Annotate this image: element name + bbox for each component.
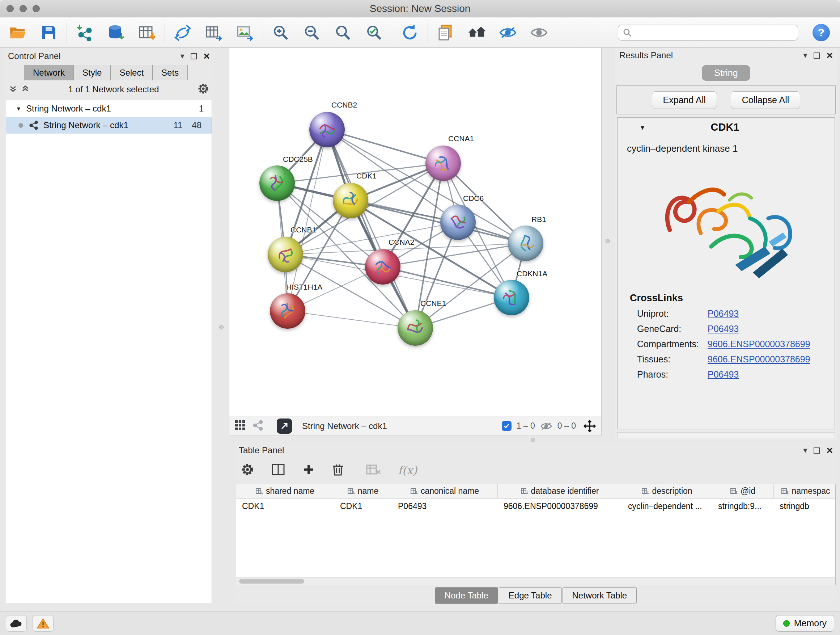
fit-content-icon[interactable]: [583, 420, 596, 432]
tab-select[interactable]: Select: [111, 65, 153, 80]
edge-HIST1H1A-CCNE1[interactable]: [287, 311, 415, 328]
network-node-ccne1[interactable]: [398, 310, 433, 346]
section-collapse-icon[interactable]: ▾: [641, 123, 644, 132]
export-image-icon[interactable]: [236, 24, 254, 42]
import-table-icon[interactable]: [138, 24, 156, 42]
table-cell[interactable]: CDK1: [236, 499, 334, 514]
network-row[interactable]: String Network – cdk1 11 48: [6, 117, 212, 134]
network-node-rb1[interactable]: [508, 226, 543, 261]
zoom-selected-icon[interactable]: [365, 24, 383, 42]
refresh-icon[interactable]: [401, 24, 419, 42]
help-button[interactable]: ?: [813, 24, 830, 41]
float-panel-icon[interactable]: ▾: [180, 51, 184, 61]
maximize-panel-icon[interactable]: [813, 52, 820, 59]
zoom-fit-icon[interactable]: [334, 24, 352, 42]
edge-CCNB2-CCNE1[interactable]: [327, 130, 415, 328]
column-header--id[interactable]: @id: [712, 484, 774, 498]
table-hscrollbar[interactable]: [236, 578, 835, 585]
tab-network[interactable]: Network: [24, 65, 74, 80]
close-panel-icon[interactable]: ×: [826, 52, 833, 59]
cloud-button[interactable]: [6, 615, 27, 632]
network-node-cdk1[interactable]: [333, 183, 368, 218]
table-cell[interactable]: 9606.ENSP00000378699: [498, 499, 622, 514]
collapse-all-icon[interactable]: [9, 84, 17, 95]
warnings-button[interactable]: [33, 615, 54, 632]
horizontal-splitter-handle[interactable]: [531, 438, 535, 442]
table-cell[interactable]: stringdb:9...: [712, 499, 774, 514]
column-header-namespac[interactable]: namespac: [774, 484, 836, 498]
column-header-description[interactable]: description: [622, 484, 712, 498]
open-in-new-icon[interactable]: [277, 418, 292, 434]
table-body-row[interactable]: CDK1CDK1P064939606.ENSP00000378699cyclin…: [236, 499, 835, 514]
network-collection-row[interactable]: ▾ String Network – cdk1 1: [6, 100, 212, 117]
export-table-icon[interactable]: [205, 24, 223, 42]
expand-all-button[interactable]: Expand All: [652, 91, 717, 109]
results-scrollbar[interactable]: [617, 432, 835, 438]
network-node-cdkn1a[interactable]: [494, 280, 529, 315]
network-node-hist1h1a[interactable]: [270, 293, 305, 329]
hidden-eye-icon[interactable]: [540, 421, 553, 431]
search-input[interactable]: [635, 27, 798, 38]
select-columns-icon[interactable]: [271, 463, 285, 477]
crosslink-link[interactable]: P06493: [707, 324, 739, 334]
gear-icon[interactable]: [197, 83, 209, 96]
maximize-panel-icon[interactable]: [813, 448, 820, 454]
crosslink-link[interactable]: 9606.ENSP00000378699: [707, 354, 810, 364]
show-details-eye-icon[interactable]: [530, 24, 548, 42]
close-panel-icon[interactable]: ×: [826, 447, 833, 454]
grid-view-icon[interactable]: [234, 420, 246, 432]
tab-style[interactable]: Style: [73, 65, 111, 80]
export-network-icon[interactable]: [174, 24, 192, 42]
crosslink-link[interactable]: 9606.ENSP00000378699: [707, 339, 810, 349]
network-node-ccnb1[interactable]: [268, 237, 303, 272]
network-node-cdc6[interactable]: [440, 204, 476, 240]
network-node-ccna1[interactable]: [425, 146, 461, 181]
string-tab-badge[interactable]: String: [702, 65, 750, 81]
tab-node-table[interactable]: Node Table: [435, 587, 498, 604]
hide-details-eye-icon[interactable]: [499, 24, 517, 42]
expand-all-icon[interactable]: [21, 84, 30, 95]
tab-sets[interactable]: Sets: [152, 65, 188, 80]
edge-CDK1-RB1[interactable]: [351, 201, 526, 243]
float-panel-icon[interactable]: ▾: [803, 51, 807, 60]
add-column-icon[interactable]: [302, 463, 315, 477]
table-cell[interactable]: cyclin–dependent ...: [622, 499, 712, 514]
memory-button[interactable]: Memory: [775, 615, 834, 632]
crosslink-link[interactable]: P06493: [707, 309, 739, 319]
cdk1-section-header[interactable]: ▾ CDK1: [617, 118, 835, 137]
zoom-out-icon[interactable]: [303, 24, 321, 42]
tab-edge-table[interactable]: Edge Table: [499, 587, 562, 604]
delete-column-icon[interactable]: [332, 463, 344, 478]
column-header-database-identifier[interactable]: database identifier: [498, 484, 622, 498]
column-header-shared-name[interactable]: shared name: [236, 484, 334, 498]
network-node-ccna2[interactable]: [365, 249, 401, 285]
network-node-cdc25b[interactable]: [259, 165, 295, 201]
home-networks-icon[interactable]: [468, 24, 486, 42]
tree-expand-icon[interactable]: ▾: [17, 105, 20, 112]
tab-network-table[interactable]: Network Table: [562, 587, 637, 604]
selected-nodes-checkbox[interactable]: [502, 421, 512, 431]
table-cell[interactable]: stringdb: [774, 499, 836, 514]
left-splitter-handle[interactable]: [219, 325, 224, 329]
edge-CCNA2-CDKN1A[interactable]: [383, 267, 512, 298]
crosslink-link[interactable]: P06493: [707, 369, 739, 380]
share-view-icon[interactable]: [253, 420, 264, 432]
copy-document-icon[interactable]: [437, 24, 455, 42]
network-node-ccnb2[interactable]: [309, 112, 345, 147]
close-panel-icon[interactable]: ×: [203, 52, 210, 60]
import-network-file-icon[interactable]: [76, 24, 94, 42]
zoom-in-icon[interactable]: [272, 24, 290, 42]
table-cell[interactable]: CDK1: [334, 499, 392, 514]
save-session-icon[interactable]: [40, 24, 58, 42]
collapse-all-button[interactable]: Collapse All: [731, 91, 801, 109]
import-network-database-icon[interactable]: [107, 24, 125, 42]
table-cell[interactable]: P06493: [392, 499, 498, 514]
toolbar-search[interactable]: [618, 25, 798, 41]
maximize-panel-icon[interactable]: [191, 53, 197, 59]
scrollbar-thumb[interactable]: [239, 579, 304, 584]
right-splitter-handle[interactable]: [606, 239, 610, 243]
open-session-icon[interactable]: [9, 24, 27, 42]
table-settings-gear-icon[interactable]: [241, 463, 254, 478]
network-canvas[interactable]: CCNB2CCNA1CDC25BCDK1CDC6RB1CCNB1CCNA2CDK…: [229, 48, 601, 416]
float-panel-icon[interactable]: ▾: [803, 446, 807, 455]
